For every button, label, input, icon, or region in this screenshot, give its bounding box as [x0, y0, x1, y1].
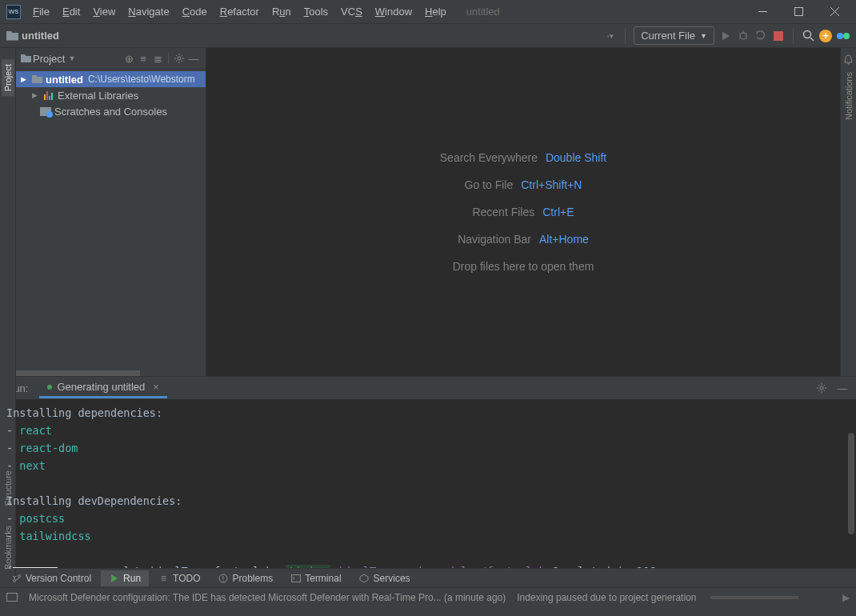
separator [168, 53, 169, 64]
tree-scratches[interactable]: Scratches and Consoles [16, 103, 206, 119]
run-button[interactable] [719, 30, 732, 42]
svg-line-21 [176, 61, 178, 62]
stop-button[interactable] [772, 30, 785, 42]
svg-point-37 [222, 580, 223, 581]
hide-icon[interactable]: — [835, 382, 850, 394]
tree-root-name: untitled [46, 74, 83, 86]
tree-external-libraries[interactable]: ▶ External Libraries [16, 87, 206, 103]
expand-all-icon[interactable]: ≡ [136, 53, 150, 65]
gear-icon[interactable] [172, 53, 186, 64]
todo-icon: ≡ [158, 573, 169, 583]
run-config-label: Current File [641, 30, 695, 42]
svg-line-28 [818, 385, 820, 386]
horizontal-scrollbar[interactable] [16, 370, 206, 376]
libraries-icon [43, 90, 54, 100]
chevron-down-icon[interactable]: ▼ [68, 54, 75, 62]
vertical-scrollbar[interactable] [848, 433, 854, 534]
project-tree[interactable]: ▶ untitled C:\Users\testo\Webstorm ▶ Ext… [16, 70, 206, 370]
gear-icon[interactable] [814, 382, 829, 394]
menu-refactor[interactable]: Refactor [214, 4, 265, 19]
svg-line-31 [818, 390, 820, 392]
more-run-button[interactable] [754, 30, 767, 42]
tip-recent: Recent FilesCtrl+E [472, 206, 574, 218]
svg-line-30 [824, 385, 826, 386]
console-line: - postcss [6, 510, 850, 527]
webstorm-logo: WS [6, 5, 21, 19]
collapse-arrow-icon[interactable]: ▶ [21, 75, 29, 83]
user-icon[interactable]: ▾ [604, 30, 617, 42]
debug-button[interactable] [737, 30, 750, 42]
menu-code[interactable]: Code [177, 4, 213, 19]
main-area: Project Project ▼ ⊕ ≡ ≣ — ▶ untitled C:\… [0, 48, 856, 376]
menu-window[interactable]: Window [370, 4, 418, 19]
breadcrumb[interactable]: untitled [6, 30, 59, 42]
separator [793, 28, 794, 44]
menu-tools[interactable]: Tools [298, 4, 334, 19]
svg-point-22 [848, 63, 850, 65]
close-button[interactable] [817, 0, 853, 24]
hide-icon[interactable]: — [186, 53, 201, 65]
maximize-button[interactable] [781, 0, 817, 24]
menu-view[interactable]: View [87, 4, 121, 19]
console-line: - tailwindcss [6, 527, 850, 545]
gutter-project[interactable]: Project [2, 59, 14, 96]
drop-hint: Drop files here to open them [453, 260, 594, 273]
tool-tab-vcs[interactable]: Version Control [3, 570, 99, 586]
console-line: - react [6, 422, 850, 439]
console-line: Installing dependencies: [6, 404, 850, 422]
menu-navigate[interactable]: Navigate [122, 4, 174, 19]
tool-tab-todo[interactable]: ≡ TODO [150, 570, 208, 586]
project-header-title[interactable]: Project [33, 53, 65, 65]
console-progress-line: [..........] \ idealTree:fast-glob: timi… [6, 562, 850, 568]
menu-edit[interactable]: Edit [57, 4, 86, 19]
close-icon[interactable]: × [153, 381, 159, 393]
tree-root[interactable]: ▶ untitled C:\Users\testo\Webstorm [16, 71, 206, 87]
run-tab[interactable]: Generating untitled × [39, 378, 166, 398]
tool-tab-run[interactable]: Run [101, 570, 149, 586]
tool-tab-services[interactable]: Services [351, 570, 418, 586]
menu-help[interactable]: Help [419, 4, 452, 19]
tip-goto-file: Go to FileCtrl+Shift+N [465, 178, 582, 191]
menu-file[interactable]: File [27, 4, 55, 19]
left-tool-gutter: Project [0, 48, 16, 376]
status-indexing[interactable]: Indexing paused due to project generatio… [517, 592, 696, 603]
svg-line-18 [176, 55, 178, 57]
folder-icon [21, 54, 31, 62]
collapse-all-icon[interactable]: ≣ [150, 53, 165, 65]
svg-rect-38 [291, 574, 300, 582]
svg-line-20 [182, 55, 183, 57]
status-defender[interactable]: Microsoft Defender configuration: The ID… [29, 592, 506, 603]
minimize-button[interactable] [745, 0, 781, 24]
menu-vcs[interactable]: VCS [335, 4, 368, 19]
svg-line-29 [824, 390, 826, 392]
tip-search: Search EverywhereDouble Shift [440, 151, 606, 164]
search-button[interactable] [802, 30, 814, 42]
menu-run[interactable]: Run [266, 4, 297, 19]
code-with-me-icon[interactable] [837, 30, 850, 42]
tool-tab-problems[interactable]: Problems [210, 570, 282, 586]
tree-root-path: C:\Users\testo\Webstorm [88, 74, 195, 85]
add-button[interactable]: + [819, 30, 832, 42]
run-console[interactable]: Installing dependencies: - react - react… [0, 399, 856, 568]
collapse-arrow-icon[interactable]: ▶ [32, 91, 40, 99]
bottom-tool-strip: Version Control Run ≡ TODO Problems Term… [0, 568, 856, 587]
running-indicator-icon [47, 385, 52, 390]
play-indicator-icon[interactable]: ▶ [842, 592, 850, 603]
titlebar: WS File Edit View Navigate Code Refactor… [0, 0, 856, 24]
run-config-selector[interactable]: Current File ▼ [634, 26, 714, 45]
gutter-notifications[interactable]: Notifications [844, 72, 854, 120]
editor-empty-state: Search EverywhereDouble Shift Go to File… [206, 48, 840, 376]
folder-icon [6, 31, 18, 41]
tool-windows-icon[interactable] [6, 593, 18, 602]
console-line: Installing devDependencies: [6, 492, 850, 510]
progress-bar[interactable] [710, 596, 798, 599]
navigation-bar: untitled ▾ Current File ▼ + [0, 24, 856, 48]
scratches-icon [40, 107, 51, 116]
tool-tab-terminal[interactable]: Terminal [282, 570, 349, 586]
select-opened-icon[interactable]: ⊕ [122, 53, 136, 65]
play-icon [109, 573, 119, 583]
status-bar: Microsoft Defender configuration: The ID… [0, 587, 856, 606]
tree-external-label: External Libraries [58, 90, 138, 102]
bell-icon[interactable] [843, 54, 854, 67]
window-title: untitled [466, 6, 500, 18]
